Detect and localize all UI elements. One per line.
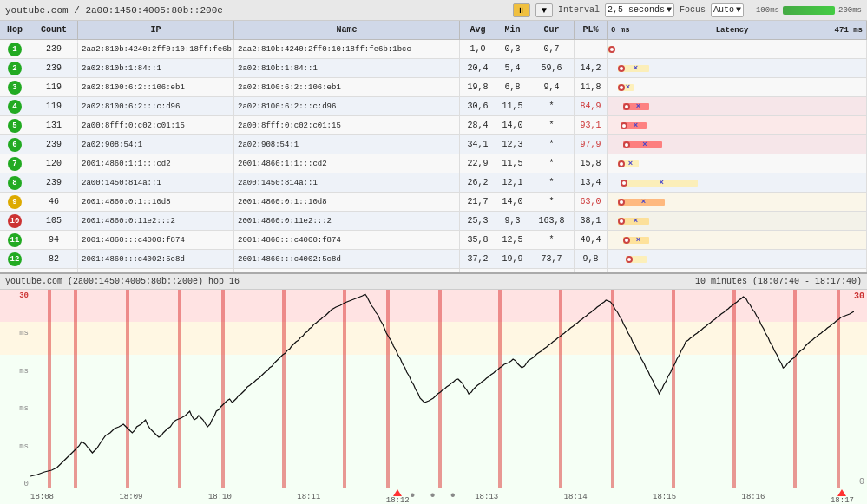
td-latency-bar: ×	[608, 193, 867, 211]
table-row[interactable]: 4 119 2a02:8100:6:2:::c:d96 2a02:8100:6:…	[0, 97, 867, 116]
td-pl: 14,2	[575, 59, 608, 77]
packet-loss-label: Packet Loss %	[762, 290, 867, 294]
td-latency-bar: ×	[608, 135, 867, 154]
td-ip: 2a02:908:54:1	[78, 135, 234, 154]
td-ip: 2a02:8100:6:2::106:eb1	[78, 78, 234, 96]
td-avg: 21,7	[460, 193, 496, 211]
chart-svg	[30, 290, 854, 488]
td-count: 131	[30, 116, 78, 134]
td-count: 46	[30, 193, 78, 211]
td-hop: 2	[0, 59, 30, 77]
latency-dot	[618, 218, 625, 225]
td-avg: 1,0	[460, 40, 496, 58]
td-pl: 13,4	[575, 173, 608, 192]
td-count: 105	[30, 212, 78, 230]
col-name: Name	[234, 21, 460, 39]
col-min: Min	[496, 21, 529, 39]
table-row[interactable]: 7 120 2001:4860:1:1:::cd2 2001:4860:1:1:…	[0, 154, 867, 173]
td-min: 12,1	[496, 173, 529, 192]
td-hop: 11	[0, 231, 30, 249]
triangle-1812	[393, 489, 402, 496]
table-row[interactable]: 10 105 2001:4860:0:11e2:::2 2001:4860:0:…	[0, 212, 867, 231]
table-row[interactable]: 6 239 2a02:908:54:1 2a02:908:54:1 34,1 1…	[0, 135, 867, 154]
latency-dot	[626, 256, 633, 263]
y-axis: 30 ms ms ms ms 0	[0, 290, 30, 490]
y-label-2: ms	[2, 329, 29, 337]
td-count: 239	[30, 40, 78, 58]
x-marker: ×	[636, 236, 640, 245]
td-count: 239	[30, 59, 78, 77]
interval-dropdown-arrow[interactable]: ▼	[535, 3, 553, 17]
col-count: Count	[30, 21, 78, 39]
td-name: 2001:4860:::c4000:f874	[234, 231, 460, 249]
hop-circle: 6	[8, 138, 22, 152]
table-row[interactable]: 3 119 2a02:8100:6:2::106:eb1 2a02:8100:6…	[0, 78, 867, 97]
td-cur: 73,7	[529, 250, 575, 268]
td-count: 239	[30, 173, 78, 192]
hop-circle: 5	[8, 119, 22, 133]
chart-body: 30 ms ms ms ms 0 18:08 18:09 18:10 18:11…	[0, 290, 867, 504]
td-latency-bar: ×	[608, 97, 867, 115]
focus-select[interactable]: Auto ▼	[711, 3, 744, 17]
td-latency-bar: ×	[608, 59, 867, 77]
td-count: 82	[30, 250, 78, 268]
x-label-1812: 18:12	[386, 489, 410, 504]
interval-select[interactable]: 2,5 seconds ▼	[605, 3, 674, 17]
chart-time-range: 10 minutes (18:07:40 - 18:17:40)	[695, 277, 862, 286]
td-hop: 12	[0, 250, 30, 268]
x-label-1816: 18:16	[742, 493, 765, 501]
table-body: 1 239 2aa2:810b:4240:2ff0:10:18ff:fe6b:1…	[0, 40, 867, 272]
table-row[interactable]: 1 239 2aa2:810b:4240:2ff0:10:18ff:fe6b:1…	[0, 40, 867, 59]
td-cur: *	[529, 193, 575, 211]
table-row[interactable]: 8 239 2a00:1450:814a::1 2a00:1450:814a::…	[0, 173, 867, 193]
td-name: 2a02:8100:6:2:::c:d96	[234, 97, 460, 115]
td-min: 9,3	[496, 212, 529, 230]
x-marker: ×	[660, 179, 664, 187]
x-label-1811: 18:11	[297, 493, 320, 501]
table-row[interactable]: 5 131 2a00:8fff:0:c02:c01:15 2a00:8fff:0…	[0, 116, 867, 135]
td-ip: 2001:4860:::c4000:f874	[78, 231, 234, 249]
table-row[interactable]: 2 239 2a02:810b:1:84::1 2a02:810b:1:84::…	[0, 59, 867, 78]
latency-dot	[623, 103, 630, 110]
table-row[interactable]: 12 82 2001:4860:::c4002:5c8d 2001:4860::…	[0, 250, 867, 269]
x-label-1809: 18:09	[119, 493, 142, 501]
x-label-1817: 18:17	[831, 489, 854, 504]
latency-dot	[621, 122, 627, 129]
td-latency-bar	[608, 250, 867, 268]
td-name: 2001:4860:0:1::10d8	[234, 193, 460, 211]
x-marker: ×	[626, 83, 630, 92]
td-min: 19,9	[496, 250, 529, 268]
td-pl: 84,9	[575, 97, 608, 115]
td-pl: 15,8	[575, 154, 608, 173]
x-label-1813: 18:13	[475, 493, 498, 501]
td-pl: 63,0	[575, 193, 608, 211]
latency-dot	[623, 237, 630, 244]
td-cur: *	[529, 116, 575, 134]
td-latency-bar: ×	[608, 78, 867, 96]
table-row[interactable]: 11 94 2001:4860:::c4000:f874 2001:4860::…	[0, 231, 867, 250]
td-avg: 35,8	[460, 231, 496, 249]
td-ip: 2a00:1450:814a::1	[78, 173, 234, 192]
col-pl: PL%	[575, 21, 608, 39]
pause-button[interactable]: ⏸	[513, 3, 530, 17]
y-label-4: ms	[2, 404, 29, 413]
td-name: 2a02:8100:6:2::106:eb1	[234, 78, 460, 96]
header-url: youtube.com / 2a00:1450:4005:80b::200e	[5, 5, 223, 16]
td-count: 119	[30, 97, 78, 115]
latency-dot	[623, 141, 630, 148]
hop-circle: 1	[8, 43, 22, 56]
td-min: 14,0	[496, 116, 529, 134]
latency-200ms: 200ms	[838, 6, 862, 15]
td-pl	[575, 40, 608, 58]
td-pl: 38,1	[575, 212, 608, 230]
td-ip: 2a00:8fff:0:c02:c01:15	[78, 116, 234, 134]
col-avg: Avg	[460, 21, 496, 39]
hop-circle: 9	[8, 195, 22, 209]
x-marker: ×	[642, 141, 647, 149]
td-min: 14,0	[496, 193, 529, 211]
col-latency: 0 ms Latency 471 ms	[608, 21, 867, 39]
td-name: 2a00:1450:814a::1	[234, 173, 460, 192]
td-pl: 97,9	[575, 135, 608, 154]
x-marker: ×	[628, 160, 633, 168]
table-row[interactable]: 9 46 2001:4860:0:1::10d8 2001:4860:0:1::…	[0, 193, 867, 212]
